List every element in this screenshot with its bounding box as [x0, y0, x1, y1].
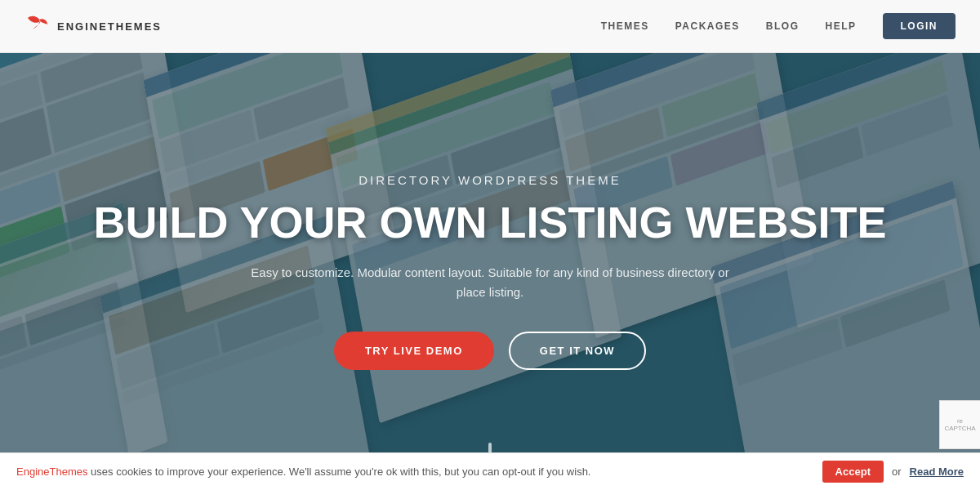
cookie-notice-text: EngineThemes uses cookies to improve you…: [16, 466, 814, 478]
cookie-bar: EngineThemes uses cookies to improve you…: [0, 452, 980, 490]
hero-content: DIRECTORY WORDPRESS THEME BUILD YOUR OWN…: [78, 173, 903, 370]
logo-bird-icon: [24, 11, 51, 41]
hero-section: DIRECTORY WORDPRESS THEME BUILD YOUR OWN…: [0, 53, 980, 490]
cookie-or-text: or: [892, 466, 902, 478]
read-more-link[interactable]: Read More: [910, 466, 964, 478]
try-demo-button[interactable]: TRY LIVE DEMO: [334, 332, 494, 370]
login-button[interactable]: LOGIN: [883, 13, 956, 39]
nav-packages[interactable]: PACKAGES: [675, 20, 740, 32]
recaptcha-widget: reCAPTCHA: [939, 400, 980, 449]
cookie-brand: EngineThemes: [16, 466, 87, 478]
cookie-text-body: uses cookies to improve your experience.…: [91, 466, 590, 478]
nav-blog[interactable]: BLOG: [766, 20, 800, 32]
nav-help[interactable]: HELP: [825, 20, 856, 32]
get-it-button[interactable]: GET IT NOW: [509, 332, 646, 370]
hero-title: BUILD YOUR OWN LISTING WEBSITE: [94, 198, 887, 247]
navigation: THEMES PACKAGES BLOG HELP LOGIN: [601, 13, 956, 39]
accept-cookie-button[interactable]: Accept: [822, 461, 884, 483]
nav-themes[interactable]: THEMES: [601, 20, 649, 32]
hero-description: Easy to customize. Modular content layou…: [237, 263, 743, 302]
header: ENGINETHEMES THEMES PACKAGES BLOG HELP L…: [0, 0, 980, 53]
logo-area[interactable]: ENGINETHEMES: [24, 11, 162, 41]
hero-buttons: TRY LIVE DEMO GET IT NOW: [94, 332, 887, 370]
hero-subtitle: DIRECTORY WORDPRESS THEME: [94, 173, 887, 187]
logo-text: ENGINETHEMES: [57, 20, 162, 33]
